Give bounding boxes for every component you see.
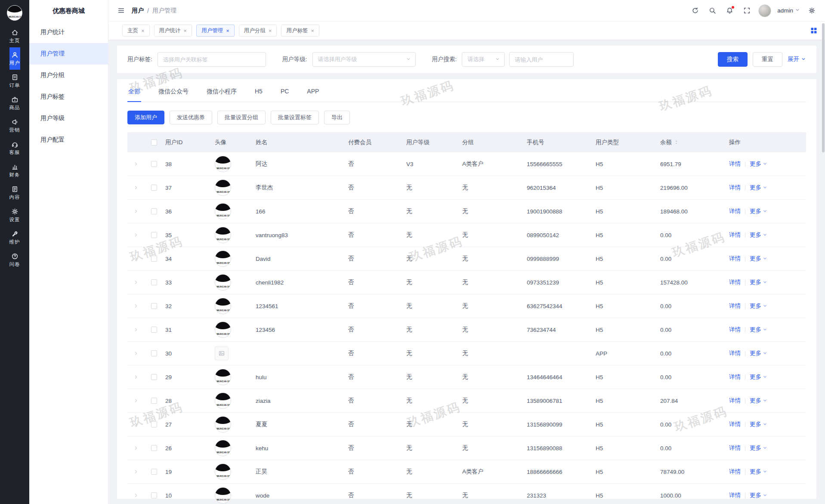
scrollbar-thumb[interactable]: [822, 23, 825, 152]
more-link[interactable]: 更多: [750, 397, 767, 405]
collapse-menu-icon[interactable]: [115, 5, 127, 16]
channel-tab[interactable]: 全部: [127, 86, 141, 102]
channel-tab[interactable]: APP: [306, 86, 320, 102]
fullscreen-icon[interactable]: [741, 5, 752, 16]
submenu-item[interactable]: 用户统计: [29, 22, 108, 43]
row-checkbox[interactable]: [151, 350, 157, 356]
submenu-item[interactable]: 用户管理: [29, 43, 108, 65]
tab-close-icon[interactable]: ×: [184, 28, 187, 34]
submenu-item[interactable]: 用户配置: [29, 129, 108, 151]
detail-link[interactable]: 详情: [729, 278, 741, 286]
breadcrumb-root[interactable]: 用户: [132, 7, 144, 15]
layout-grid-icon[interactable]: [810, 27, 817, 34]
detail-link[interactable]: 详情: [729, 184, 741, 192]
more-link[interactable]: 更多: [750, 207, 767, 215]
nav-item[interactable]: 主页: [9, 25, 20, 47]
more-link[interactable]: 更多: [750, 349, 767, 357]
refresh-icon[interactable]: [689, 5, 701, 16]
more-link[interactable]: 更多: [750, 421, 767, 428]
row-checkbox[interactable]: [151, 421, 157, 427]
more-link[interactable]: 更多: [750, 468, 767, 476]
nav-item[interactable]: 用户: [9, 47, 20, 70]
more-link[interactable]: 更多: [750, 326, 767, 334]
submenu-item[interactable]: 用户标签: [29, 86, 108, 108]
detail-link[interactable]: 详情: [729, 231, 741, 239]
row-checkbox[interactable]: [151, 398, 157, 404]
row-expand-icon[interactable]: [127, 351, 145, 356]
settings-gear-icon[interactable]: [806, 5, 817, 16]
channel-tab[interactable]: H5: [254, 86, 263, 102]
user-menu[interactable]: admin: [777, 7, 800, 14]
add-user-button[interactable]: 添加用户: [127, 111, 164, 124]
row-expand-icon[interactable]: [127, 232, 145, 238]
submenu-item[interactable]: 用户分组: [29, 65, 108, 86]
row-expand-icon[interactable]: [127, 469, 145, 474]
nav-item[interactable]: 营销: [9, 114, 20, 137]
batch-group-button[interactable]: 批量设置分组: [217, 111, 266, 124]
row-expand-icon[interactable]: [127, 374, 145, 380]
nav-item[interactable]: 设置: [9, 204, 20, 226]
row-checkbox[interactable]: [151, 256, 157, 262]
row-expand-icon[interactable]: [127, 422, 145, 427]
detail-link[interactable]: 详情: [729, 397, 741, 405]
batch-tag-button[interactable]: 批量设置标签: [271, 111, 319, 124]
user-avatar[interactable]: [758, 4, 771, 17]
row-expand-icon[interactable]: [127, 445, 145, 451]
detail-link[interactable]: 详情: [729, 255, 741, 263]
submenu-item[interactable]: 用户等级: [29, 108, 108, 129]
row-expand-icon[interactable]: [127, 493, 145, 498]
row-checkbox[interactable]: [151, 303, 157, 309]
more-link[interactable]: 更多: [750, 255, 767, 263]
detail-link[interactable]: 详情: [729, 349, 741, 357]
nav-item[interactable]: 维护: [9, 226, 20, 249]
channel-tab[interactable]: PC: [280, 86, 290, 102]
row-checkbox[interactable]: [151, 492, 157, 498]
detail-link[interactable]: 详情: [729, 373, 741, 381]
send-coupon-button[interactable]: 发送优惠券: [170, 111, 212, 124]
row-checkbox[interactable]: [151, 279, 157, 285]
level-filter-select[interactable]: 请选择用户等级: [312, 52, 416, 67]
export-button[interactable]: 导出: [324, 111, 350, 124]
row-expand-icon[interactable]: [127, 327, 145, 332]
more-link[interactable]: 更多: [750, 373, 767, 381]
channel-tab[interactable]: 微信公众号: [158, 86, 189, 102]
notification-bell-icon[interactable]: [724, 5, 735, 16]
page-tab[interactable]: 用户分组 ×: [239, 25, 277, 37]
nav-item[interactable]: 客服: [9, 137, 20, 159]
row-checkbox[interactable]: [151, 161, 157, 167]
nav-item[interactable]: 内容: [9, 182, 20, 204]
page-tab[interactable]: 用户标签 ×: [281, 25, 319, 37]
user-search-input[interactable]: [509, 52, 574, 67]
search-type-select[interactable]: 请选择: [462, 52, 505, 67]
channel-tab[interactable]: 微信小程序: [206, 86, 238, 102]
row-expand-icon[interactable]: [127, 256, 145, 261]
expand-button[interactable]: 展开: [788, 56, 806, 63]
nav-item[interactable]: 订单: [9, 70, 20, 92]
row-checkbox[interactable]: [151, 185, 157, 191]
tab-close-icon[interactable]: ×: [141, 28, 145, 34]
page-tab[interactable]: 主页 ×: [122, 25, 150, 37]
detail-link[interactable]: 详情: [729, 421, 741, 428]
more-link[interactable]: 更多: [750, 231, 767, 239]
detail-link[interactable]: 详情: [729, 302, 741, 310]
detail-link[interactable]: 详情: [729, 492, 741, 499]
search-icon[interactable]: [707, 5, 718, 16]
sort-icon[interactable]: [674, 139, 679, 145]
reset-button[interactable]: 重置: [753, 52, 782, 67]
detail-link[interactable]: 详情: [729, 468, 741, 476]
tab-close-icon[interactable]: ×: [226, 28, 229, 34]
detail-link[interactable]: 详情: [729, 160, 741, 168]
tab-close-icon[interactable]: ×: [269, 28, 272, 34]
row-expand-icon[interactable]: [127, 280, 145, 285]
row-expand-icon[interactable]: [127, 209, 145, 214]
page-tab[interactable]: 用户管理 ×: [196, 25, 235, 37]
vertical-scrollbar[interactable]: [822, 0, 825, 504]
nav-item[interactable]: 商品: [9, 92, 20, 114]
nav-item[interactable]: 财务: [9, 159, 20, 182]
row-expand-icon[interactable]: [127, 185, 145, 190]
row-checkbox[interactable]: [151, 208, 157, 214]
nav-item[interactable]: 问卷: [9, 249, 20, 271]
more-link[interactable]: 更多: [750, 302, 767, 310]
row-expand-icon[interactable]: [127, 161, 145, 167]
row-checkbox[interactable]: [151, 445, 157, 451]
